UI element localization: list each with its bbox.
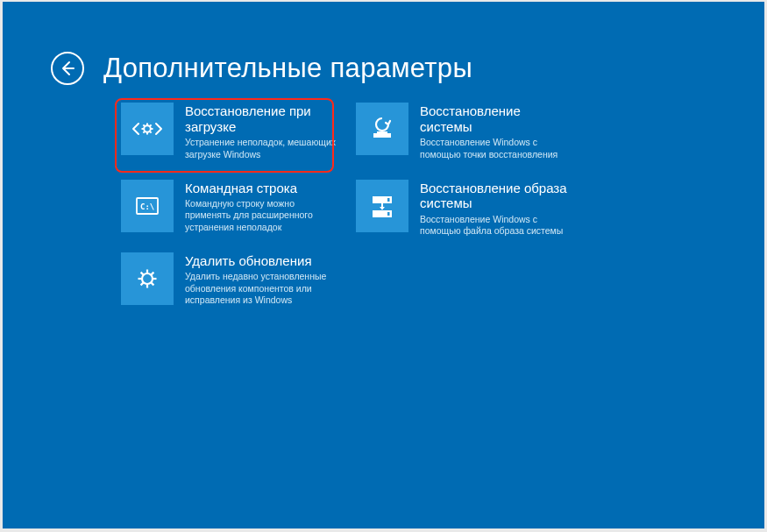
svg-rect-25 (387, 212, 390, 216)
tile-desc: Удалить недавно установленные обновления… (185, 271, 336, 305)
svg-rect-21 (377, 131, 387, 133)
tile-text: Восстановление при загрузке Устранение н… (174, 103, 336, 160)
svg-line-19 (141, 272, 144, 274)
tile-command-prompt[interactable]: C:\ Командная строка Командную строку мо… (121, 180, 336, 233)
tile-system-restore[interactable]: Восстановление системы Восстановление Wi… (356, 103, 571, 160)
tile-title: Восстановление образа системы (420, 181, 571, 211)
svg-point-11 (142, 273, 153, 284)
svg-line-16 (152, 272, 154, 274)
tile-uninstall-updates[interactable]: Удалить обновления Удалить недавно устан… (121, 252, 336, 306)
tile-text: Командная строка Командную строку можно … (174, 180, 336, 233)
back-button[interactable] (51, 52, 84, 85)
tile-text: Восстановление образа системы Восстановл… (408, 180, 571, 238)
svg-line-18 (152, 282, 154, 285)
system-restore-icon (356, 103, 408, 155)
svg-rect-20 (373, 133, 391, 138)
tile-title: Восстановление при загрузке (185, 103, 336, 134)
back-arrow-icon (59, 60, 76, 77)
tile-startup-repair[interactable]: Восстановление при загрузке Устранение н… (121, 103, 336, 160)
tile-text: Удалить обновления Удалить недавно устан… (174, 252, 336, 306)
winre-screen: Дополнительные параметры (3, 2, 764, 528)
uninstall-updates-icon (121, 252, 174, 305)
svg-line-8 (143, 124, 145, 126)
header: Дополнительные параметры (51, 52, 472, 85)
svg-line-6 (143, 131, 145, 133)
page-title: Дополнительные параметры (103, 53, 472, 84)
tile-title: Удалить обновления (185, 253, 336, 269)
tile-desc: Восстановление Windows с помощью файла о… (420, 214, 571, 237)
tile-text: Восстановление системы Восстановление Wi… (408, 103, 571, 160)
svg-line-7 (150, 131, 152, 133)
svg-line-5 (150, 124, 152, 126)
command-prompt-icon: C:\ (121, 180, 174, 232)
tile-desc: Командную строку можно применять для рас… (185, 198, 336, 232)
tiles-column-right: Восстановление системы Восстановление Wi… (356, 103, 571, 256)
svg-rect-24 (387, 198, 390, 202)
tile-title: Командная строка (185, 181, 336, 196)
svg-point-0 (144, 125, 151, 132)
tiles-column-left: Восстановление при загрузке Устранение н… (121, 103, 336, 325)
svg-line-17 (141, 282, 144, 285)
startup-repair-icon (121, 103, 174, 155)
system-image-recovery-icon (356, 180, 408, 232)
tile-system-image-recovery[interactable]: Восстановление образа системы Восстановл… (356, 180, 571, 238)
tile-title: Восстановление системы (420, 103, 571, 134)
svg-text:C:\: C:\ (140, 202, 154, 211)
tile-desc: Устранение неполадок, мешающих загрузке … (185, 137, 336, 160)
tile-desc: Восстановление Windows с помощью точки в… (420, 137, 571, 160)
